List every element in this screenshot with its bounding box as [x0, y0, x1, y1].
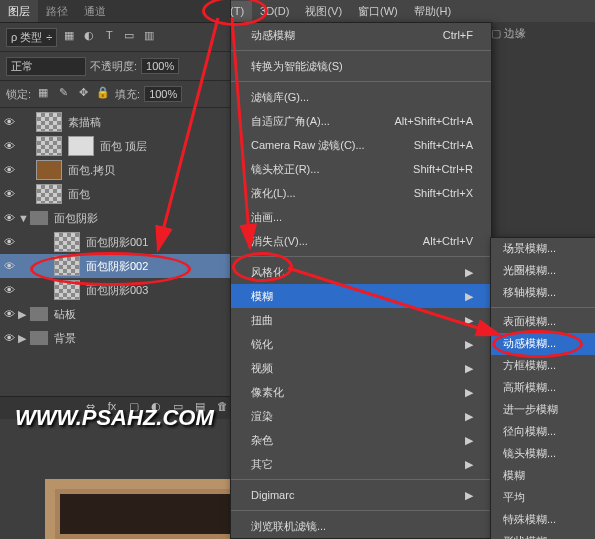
menu-sharpen[interactable]: 锐化▶ [231, 332, 491, 356]
tab-channels[interactable]: 通道 [76, 0, 114, 22]
lock-move-icon[interactable]: ✥ [75, 86, 91, 102]
sub-radial[interactable]: 径向模糊... [491, 421, 595, 443]
filter-text-icon[interactable]: T [101, 29, 117, 45]
filter-menu: 动感模糊Ctrl+F 转换为智能滤镜(S) 滤镜库(G)... 自适应广角(A)… [230, 22, 492, 539]
sub-shape[interactable]: 形状模糊... [491, 531, 595, 539]
menu-blur[interactable]: 模糊▶ [231, 284, 491, 308]
menu-camera-raw[interactable]: Camera Raw 滤镜(C)...Shift+Ctrl+A [231, 133, 491, 157]
sub-special[interactable]: 特殊模糊... [491, 509, 595, 531]
canvas-options: ▢ 边缘 [487, 22, 595, 50]
trash-icon[interactable]: 🗑 [214, 400, 230, 416]
menu-liquify[interactable]: 液化(L)...Shift+Ctrl+X [231, 181, 491, 205]
layer-shadow1[interactable]: 👁 面包阴影001 [0, 230, 230, 254]
disclosure-icon[interactable]: ▶ [18, 332, 28, 345]
visibility-icon[interactable]: 👁 [0, 308, 18, 320]
fill-input[interactable]: 100% [144, 86, 182, 102]
filter-smart-icon[interactable]: ▥ [141, 29, 157, 45]
folder-icon [30, 307, 48, 321]
fill-label: 填充: [115, 87, 140, 102]
menu-other[interactable]: 其它▶ [231, 452, 491, 476]
menu-oil[interactable]: 油画... [231, 205, 491, 229]
visibility-icon[interactable]: 👁 [0, 140, 18, 152]
sub-blur-only[interactable]: 模糊 [491, 465, 595, 487]
blend-mode[interactable]: 正常 [6, 57, 86, 76]
layers-panel: 图层 路径 通道 ρ 类型 ÷ ▦ ◐ T ▭ ▥ 正常 不透明度: 100% … [0, 0, 231, 539]
kind-filter[interactable]: ρ 类型 ÷ [6, 28, 57, 47]
menu-adaptive[interactable]: 自适应广角(A)...Alt+Shift+Ctrl+A [231, 109, 491, 133]
watermark: WWW.PSAHZ.COM [15, 405, 214, 431]
menu-view[interactable]: 视图(V) [297, 1, 350, 22]
sub-lens-blur[interactable]: 镜头模糊... [491, 443, 595, 465]
disclosure-icon[interactable]: ▶ [18, 308, 28, 321]
folder-icon [30, 331, 48, 345]
opacity-label: 不透明度: [90, 59, 137, 74]
menu-digimarc[interactable]: Digimarc▶ [231, 483, 491, 507]
opacity-input[interactable]: 100% [141, 58, 179, 74]
layer-shadow-group[interactable]: 👁 ▼ 面包阴影 [0, 206, 230, 230]
sub-iris[interactable]: 光圈模糊... [491, 260, 595, 282]
layer-bread-top[interactable]: 👁 面包 顶层 [0, 134, 230, 158]
sub-average[interactable]: 平均 [491, 487, 595, 509]
menu-3d[interactable]: 3D(D) [252, 2, 297, 20]
visibility-icon[interactable]: 👁 [0, 260, 18, 272]
layer-tree: 👁 素描稿 👁 面包 顶层 👁 面包.拷贝 👁 面包 👁 ▼ 面包阴影 👁 [0, 108, 230, 352]
layer-sketch[interactable]: 👁 素描稿 [0, 110, 230, 134]
sub-motion[interactable]: 动感模糊... [491, 333, 595, 355]
visibility-icon[interactable]: 👁 [0, 212, 18, 224]
lock-transparent-icon[interactable]: ▦ [35, 86, 51, 102]
lock-all-icon[interactable]: 🔒 [95, 86, 111, 102]
filter-adjust-icon[interactable]: ◐ [81, 29, 97, 45]
menu-help[interactable]: 帮助(H) [406, 1, 459, 22]
menu-window[interactable]: 窗口(W) [350, 1, 406, 22]
visibility-icon[interactable]: 👁 [0, 332, 18, 344]
disclosure-icon[interactable]: ▼ [18, 212, 28, 224]
lock-paint-icon[interactable]: ✎ [55, 86, 71, 102]
sub-surface[interactable]: 表面模糊... [491, 311, 595, 333]
tab-paths[interactable]: 路径 [38, 0, 76, 22]
menu-lens[interactable]: 镜头校正(R)...Shift+Ctrl+R [231, 157, 491, 181]
lock-label: 锁定: [6, 87, 31, 102]
visibility-icon[interactable]: 👁 [0, 188, 18, 200]
sub-box[interactable]: 方框模糊... [491, 355, 595, 377]
sub-further[interactable]: 进一步模糊 [491, 399, 595, 421]
visibility-icon[interactable]: 👁 [0, 116, 18, 128]
menu-pixelate[interactable]: 像素化▶ [231, 380, 491, 404]
tab-layers[interactable]: 图层 [0, 0, 38, 22]
layer-bread-copy[interactable]: 👁 面包.拷贝 [0, 158, 230, 182]
menu-convert-smart[interactable]: 转换为智能滤镜(S) [231, 54, 491, 78]
filter-shape-icon[interactable]: ▭ [121, 29, 137, 45]
folder-icon [30, 211, 48, 225]
menu-distort[interactable]: 扭曲▶ [231, 308, 491, 332]
layer-bg[interactable]: 👁 ▶ 背景 [0, 326, 230, 350]
menu-browse[interactable]: 浏览联机滤镜... [231, 514, 491, 538]
menu-filter-lib[interactable]: 滤镜库(G)... [231, 85, 491, 109]
filter-pixel-icon[interactable]: ▦ [61, 29, 77, 45]
sub-tilt[interactable]: 移轴模糊... [491, 282, 595, 304]
menu-render[interactable]: 渲染▶ [231, 404, 491, 428]
menu-vanish[interactable]: 消失点(V)...Alt+Ctrl+V [231, 229, 491, 253]
sub-field[interactable]: 场景模糊... [491, 238, 595, 260]
visibility-icon[interactable]: 👁 [0, 164, 18, 176]
layer-board[interactable]: 👁 ▶ 砧板 [0, 302, 230, 326]
menu-stylize[interactable]: 风格化▶ [231, 260, 491, 284]
layer-shadow3[interactable]: 👁 面包阴影003 [0, 278, 230, 302]
blur-submenu: 场景模糊... 光圈模糊... 移轴模糊... 表面模糊... 动感模糊... … [490, 237, 595, 539]
layer-bread[interactable]: 👁 面包 [0, 182, 230, 206]
visibility-icon[interactable]: 👁 [0, 284, 18, 296]
layer-shadow2[interactable]: 👁 面包阴影002 [0, 254, 230, 278]
panel-tabs: 图层 路径 通道 [0, 0, 230, 23]
sub-gaussian[interactable]: 高斯模糊... [491, 377, 595, 399]
menu-motion-blur-last[interactable]: 动感模糊Ctrl+F [231, 23, 491, 47]
visibility-icon[interactable]: 👁 [0, 236, 18, 248]
menu-noise[interactable]: 杂色▶ [231, 428, 491, 452]
menu-video[interactable]: 视频▶ [231, 356, 491, 380]
